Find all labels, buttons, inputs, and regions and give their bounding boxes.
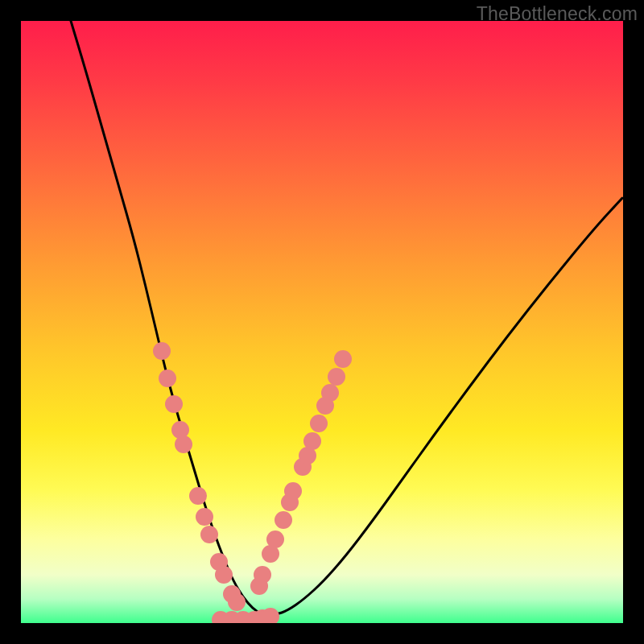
- highlight-dot: [266, 530, 284, 548]
- highlight-dot: [303, 432, 321, 450]
- highlight-dot: [284, 482, 302, 500]
- watermark-text: TheBottleneck.com: [477, 3, 638, 25]
- highlight-dot: [215, 566, 233, 584]
- highlight-dot: [328, 368, 345, 386]
- highlight-dot: [165, 395, 183, 413]
- highlight-dot: [200, 526, 218, 543]
- chart-frame: TheBottleneck.com: [0, 0, 644, 644]
- highlight-dot: [228, 593, 246, 611]
- plot-area: [21, 21, 623, 623]
- bottleneck-curve: [71, 21, 622, 615]
- highlight-dot: [334, 350, 352, 368]
- highlight-dot: [175, 436, 192, 453]
- curve-layer: [21, 21, 623, 623]
- highlight-dot: [254, 566, 271, 584]
- highlight-dot: [275, 511, 292, 529]
- highlight-dot: [153, 342, 171, 360]
- highlight-dot: [321, 384, 339, 402]
- highlight-dot: [159, 369, 176, 387]
- highlight-dot: [310, 415, 328, 432]
- highlight-dot: [189, 487, 207, 505]
- highlight-dot: [196, 508, 213, 526]
